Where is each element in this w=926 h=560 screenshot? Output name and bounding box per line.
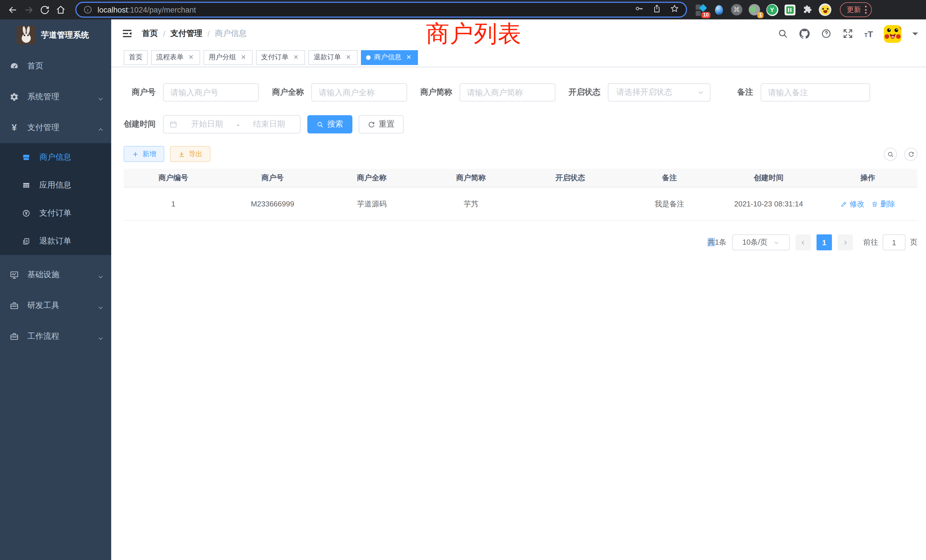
tab-process-form[interactable]: 流程表单 ✕ — [151, 50, 200, 65]
table-toolbar: 新增 导出 — [124, 146, 210, 162]
page-jump-input[interactable] — [883, 235, 905, 250]
merchant-table: 商户编号 商户号 商户全称 商户简称 开启状态 备注 创建时间 操作 1 M23… — [124, 169, 917, 221]
short-name-input[interactable] — [460, 83, 555, 101]
tab-close-icon[interactable]: ✕ — [344, 53, 353, 61]
calendar-icon — [169, 120, 177, 128]
font-size-icon[interactable]: TT — [864, 29, 873, 38]
browser-back-button[interactable] — [5, 2, 21, 18]
refresh-icon — [368, 121, 375, 128]
header-search-icon[interactable] — [778, 28, 788, 39]
browser-home-button[interactable] — [53, 2, 68, 18]
extensions-puzzle-icon[interactable] — [801, 3, 814, 16]
col-header: 商户全称 — [322, 173, 421, 183]
browser-update-menu-button[interactable]: 更新 — [840, 2, 872, 17]
extension-balloon-icon[interactable] — [713, 3, 725, 16]
page-size-select[interactable]: 10条/页 — [732, 235, 790, 250]
tab-pay-order[interactable]: 支付订单 ✕ — [256, 50, 305, 65]
create-time-range-picker[interactable]: 开始日期 - 结束日期 — [163, 115, 301, 133]
remark-input[interactable] — [761, 83, 870, 101]
tab-close-icon[interactable]: ✕ — [239, 53, 247, 61]
user-avatar[interactable] — [884, 25, 902, 42]
table-tools — [884, 148, 917, 161]
col-header: 商户编号 — [124, 173, 223, 183]
site-info-icon[interactable] — [83, 5, 92, 14]
browser-reload-button[interactable] — [36, 2, 53, 18]
breadcrumb-current: 商户信息 — [215, 29, 247, 39]
table-row: 1 M233666999 芋道源码 芋艿 我是备注 2021-10-23 08:… — [124, 188, 917, 221]
browser-forward-button[interactable] — [21, 2, 36, 18]
sidebar-item-system[interactable]: 系统管理 — [0, 82, 111, 112]
short-name-label: 商户简称 — [420, 87, 452, 97]
sidebar-item-app-info[interactable]: 应用信息 — [0, 171, 111, 199]
sidebar-item-pay[interactable]: ¥ 支付管理 — [0, 112, 111, 143]
extension-kanban-icon[interactable] — [784, 3, 796, 16]
help-icon[interactable] — [821, 28, 832, 39]
tab-refund-order[interactable]: 退款订单 ✕ — [309, 50, 357, 65]
tab-merchant-info-active[interactable]: 商户信息 ✕ — [361, 50, 418, 65]
bookmark-star-icon[interactable] — [670, 4, 679, 15]
extension-badge: 10 — [701, 12, 710, 18]
tab-home[interactable]: 首页 — [124, 50, 148, 65]
address-bar[interactable]: localhost:1024/pay/merchant — [75, 2, 687, 18]
tab-user-group[interactable]: 用户分组 ✕ — [204, 50, 253, 65]
fullscreen-icon[interactable] — [843, 28, 853, 39]
reset-button[interactable]: 重置 — [359, 115, 404, 133]
jump-suffix: 页 — [910, 237, 917, 248]
col-header: 操作 — [818, 173, 917, 183]
monitor-icon — [10, 270, 19, 279]
sidebar-item-merchant-info[interactable]: 商户信息 — [0, 143, 111, 171]
page-number-1[interactable]: 1 — [817, 235, 832, 250]
export-button[interactable]: 导出 — [170, 146, 210, 162]
tab-close-icon[interactable]: ✕ — [405, 53, 413, 61]
sidebar-item-pay-order[interactable]: 支付订单 — [0, 199, 111, 227]
full-name-label: 商户全称 — [272, 87, 304, 97]
sidebar-item-home[interactable]: 首页 — [0, 51, 111, 82]
delete-link[interactable]: 删除 — [871, 199, 895, 209]
document-icon — [22, 236, 31, 245]
password-key-icon[interactable] — [635, 4, 644, 15]
share-icon[interactable] — [652, 4, 661, 15]
extension-recorder-icon[interactable]: 1 — [748, 3, 761, 16]
add-button[interactable]: 新增 — [124, 146, 164, 162]
tags-view-bar: 首页 流程表单 ✕ 用户分组 ✕ 支付订单 ✕ 退款订单 ✕ 商户信息 ✕ — [111, 48, 926, 67]
extension-y-icon[interactable]: Y — [766, 3, 778, 16]
edit-pen-icon — [840, 200, 847, 207]
col-header: 备注 — [620, 173, 719, 183]
status-select[interactable]: 请选择开启状态 — [608, 83, 710, 101]
browser-menu-dots-icon — [865, 6, 867, 14]
refresh-table-button[interactable] — [904, 148, 917, 161]
filter-row-2: 创建时间 开始日期 - 结束日期 搜索 重置 — [124, 115, 404, 133]
browser-extensions: 10 ⌘ 1 Y 更新 — [695, 2, 872, 17]
merchant-no-input[interactable] — [163, 83, 259, 101]
sidebar-submenu-pay: 商户信息 应用信息 支付订单 退款订单 — [0, 143, 111, 255]
yen-icon: ¥ — [10, 123, 19, 132]
merchant-no-label: 商户号 — [124, 87, 156, 97]
sidebar-item-dev-tools[interactable]: 研发工具 — [0, 290, 111, 321]
chevron-down-icon — [97, 272, 104, 278]
extension-command-icon[interactable]: ⌘ — [731, 3, 743, 16]
breadcrumb: 首页 / 支付管理 / 商户信息 — [142, 29, 247, 39]
browser-profile-avatar[interactable] — [819, 3, 831, 16]
chevron-down-icon — [698, 89, 704, 96]
sidebar-item-workflow[interactable]: 工作流程 — [0, 321, 111, 352]
full-name-input[interactable] — [311, 83, 407, 101]
search-button[interactable]: 搜索 — [307, 115, 353, 133]
tab-close-icon[interactable]: ✕ — [187, 53, 195, 61]
prev-page-button[interactable] — [796, 235, 811, 250]
search-icon — [316, 121, 324, 128]
sidebar-item-infra[interactable]: 基础设施 — [0, 259, 111, 290]
tab-close-icon[interactable]: ✕ — [292, 53, 300, 61]
pagination-total: 共1条 — [708, 237, 726, 248]
chevron-down-icon — [97, 303, 104, 309]
sidebar-item-refund-order[interactable]: 退款订单 — [0, 227, 111, 255]
sidebar-collapse-icon[interactable] — [121, 28, 133, 39]
show-search-toggle-button[interactable] — [884, 148, 897, 161]
sidebar-logo-row[interactable]: 芋道管理系统 — [0, 20, 111, 51]
edit-link[interactable]: 修改 — [840, 199, 864, 209]
breadcrumb-home[interactable]: 首页 — [142, 29, 158, 39]
avatar-caret-icon[interactable] — [912, 32, 918, 38]
extension-diamond-icon[interactable]: 10 — [695, 3, 708, 16]
breadcrumb-pay: 支付管理 — [171, 29, 203, 39]
github-icon[interactable] — [799, 28, 810, 39]
next-page-button[interactable] — [838, 235, 853, 250]
